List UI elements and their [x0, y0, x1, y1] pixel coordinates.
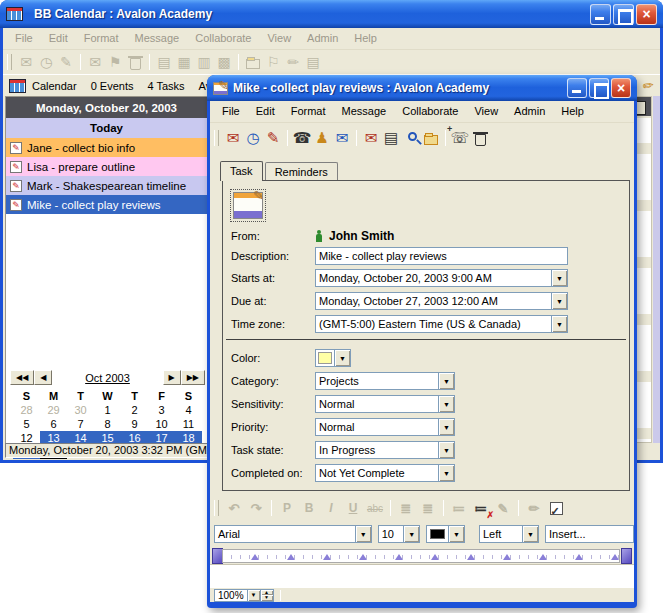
chevron-down-icon[interactable]: ▼	[522, 526, 538, 542]
calendar-day-cell[interactable]: 31	[148, 459, 175, 460]
italic-icon[interactable]: I	[320, 498, 342, 518]
insert-field-icon[interactable]: ✎	[492, 498, 514, 518]
sensitivity-combobox[interactable]: Normal ▼	[315, 395, 455, 413]
month-label-link[interactable]: Oct 2003	[52, 372, 162, 384]
dialog-toolbar-gripper[interactable]	[214, 130, 219, 146]
calendar-mode-icon[interactable]	[9, 79, 26, 93]
starts-at-combobox[interactable]: Monday, October 20, 2003 9:00 AM ▼	[315, 269, 568, 287]
chevron-down-icon[interactable]: ▼	[551, 270, 567, 286]
ruler-tab-stop[interactable]	[503, 550, 511, 560]
description-input[interactable]	[315, 247, 568, 265]
task-row[interactable]: ✎Mike - collect play reviews	[6, 195, 207, 214]
chevron-down-icon[interactable]: ▼	[438, 419, 454, 435]
send-receive-icon[interactable]: ☎	[292, 128, 312, 148]
calendar-day-cell[interactable]: 11	[175, 417, 202, 431]
chevron-down-icon[interactable]: ▼	[551, 293, 567, 309]
ruler-tab-stop[interactable]	[611, 550, 619, 560]
calendar-day-cell[interactable]: 1	[94, 403, 121, 417]
open-message-icon[interactable]: ✉	[361, 128, 381, 148]
task-state-combobox[interactable]: In Progress ▼	[315, 441, 455, 459]
strikethrough-icon[interactable]: abc	[364, 498, 386, 518]
calendar-day-cell[interactable]: 27	[40, 459, 67, 460]
dlg-menu-edit[interactable]: Edit	[248, 101, 283, 122]
dlg-menu-view[interactable]: View	[466, 101, 506, 122]
calendar-day-cell[interactable]: 1	[175, 459, 202, 460]
menu-help[interactable]: Help	[346, 28, 385, 49]
chevron-down-icon[interactable]: ▼	[438, 465, 454, 481]
print-icon[interactable]: ▤	[381, 128, 401, 148]
menu-message[interactable]: Message	[127, 28, 188, 49]
file-into-folder-icon[interactable]	[421, 128, 441, 148]
completed-on-combobox[interactable]: Not Yet Complete ▼	[315, 464, 455, 482]
new-event-icon[interactable]: ✉	[16, 52, 36, 72]
toolbar-gripper[interactable]	[7, 54, 12, 70]
dlg-menu-collaborate[interactable]: Collaborate	[394, 101, 466, 122]
next-year-button[interactable]: ▶▶	[181, 370, 205, 385]
spin-down-icon[interactable]: ▼	[261, 595, 273, 601]
ruler-tab-stop[interactable]	[251, 550, 259, 560]
bold-icon[interactable]: B	[298, 498, 320, 518]
dlg-menu-format[interactable]: Format	[283, 101, 334, 122]
calendar-day-cell[interactable]: 29	[94, 459, 121, 460]
flag-outline-icon[interactable]: ⚐	[263, 52, 283, 72]
fmtbar-gripper[interactable]	[214, 500, 219, 516]
font-size-combobox[interactable]: 10 ▼	[378, 525, 421, 543]
calendar-day-cell[interactable]: 28	[67, 459, 94, 460]
menu-file[interactable]: File	[7, 28, 41, 49]
week-view-icon[interactable]: ▥	[194, 52, 214, 72]
bullet-list-icon[interactable]: ≔	[448, 498, 470, 518]
menu-admin[interactable]: Admin	[299, 28, 346, 49]
task-item-icon[interactable]	[231, 190, 265, 221]
calendar-day-cell[interactable]: 2	[121, 403, 148, 417]
forward-icon[interactable]: ✉	[332, 128, 352, 148]
print-setup-icon[interactable]: ▤	[303, 52, 323, 72]
prev-month-button[interactable]: ◀	[34, 370, 52, 385]
delete-icon[interactable]	[125, 52, 145, 72]
chevron-down-icon[interactable]: ▼	[334, 350, 350, 366]
chevron-down-icon[interactable]: ▼	[247, 590, 260, 601]
attendees-icon[interactable]: ♟	[312, 128, 332, 148]
ruler-tab-stop[interactable]	[359, 550, 367, 560]
dialog-maximize-button[interactable]	[589, 78, 609, 98]
schedule-scrollbar[interactable]	[653, 96, 660, 443]
ruler-tab-stop[interactable]	[287, 550, 295, 560]
menu-collaborate[interactable]: Collaborate	[187, 28, 259, 49]
spell-check-icon[interactable]: ✓	[545, 498, 567, 518]
new-task-icon[interactable]: ✎	[263, 128, 283, 148]
open-item-icon[interactable]: ✉	[85, 52, 105, 72]
calendar-day-cell[interactable]: 10	[148, 417, 175, 431]
folder-icon[interactable]	[243, 52, 263, 72]
tab-task[interactable]: Task	[220, 161, 263, 181]
task-row[interactable]: ✎Lisa - prepare outline	[6, 157, 207, 176]
ruler-right-margin-handle[interactable]	[621, 548, 632, 564]
dial-icon[interactable]: ☏+	[450, 128, 470, 148]
chevron-down-icon[interactable]: ▼	[438, 442, 454, 458]
underline-icon[interactable]: U	[342, 498, 364, 518]
menu-edit[interactable]: Edit	[41, 28, 76, 49]
alignment-combobox[interactable]: Left ▼	[479, 525, 539, 543]
message-body[interactable]	[210, 564, 634, 588]
calendar-day-cell[interactable]: 6	[40, 417, 67, 431]
close-button[interactable]: ×	[636, 4, 657, 25]
calendar-day-cell[interactable]: 7	[67, 417, 94, 431]
ruler-tab-stop[interactable]	[467, 550, 475, 560]
calendar-day-cell[interactable]: 8	[94, 417, 121, 431]
calendar-day-cell[interactable]: 28	[13, 403, 40, 417]
menu-view[interactable]: View	[259, 28, 299, 49]
zoom-spinner[interactable]: ▲ ▼	[261, 589, 274, 602]
edit-pencil-icon[interactable]: ✏	[642, 77, 655, 94]
menu-format[interactable]: Format	[76, 28, 127, 49]
increase-indent-icon[interactable]: ≣	[417, 498, 439, 518]
ruler-tab-stop[interactable]	[323, 550, 331, 560]
day-view-icon[interactable]: ▤	[154, 52, 174, 72]
calendar-day-cell[interactable]: 30	[121, 459, 148, 460]
new-alarm-icon[interactable]: ◷	[243, 128, 263, 148]
font-family-combobox[interactable]: Arial ▼	[214, 525, 372, 543]
calendar-day-cell[interactable]: 4	[175, 403, 202, 417]
next-month-button[interactable]: ▶	[163, 370, 181, 385]
calendar-day-cell[interactable]: 5	[13, 417, 40, 431]
dlg-menu-admin[interactable]: Admin	[506, 101, 553, 122]
signature-pen-icon[interactable]: ✏	[523, 498, 545, 518]
ruler[interactable]	[212, 548, 632, 564]
insert-combobox[interactable]: Insert...	[545, 525, 634, 543]
